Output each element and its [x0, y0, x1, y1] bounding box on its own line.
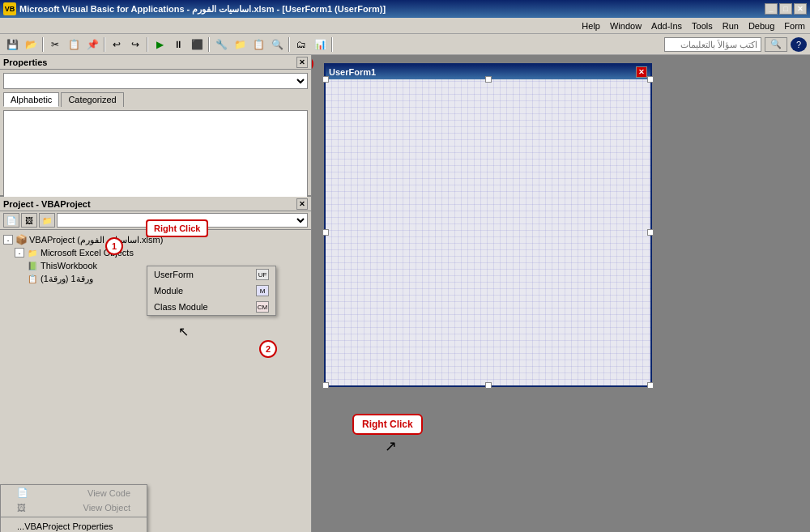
properties-dropdown[interactable] [3, 73, 308, 89]
toolbar-stop[interactable]: ⬛ [188, 36, 206, 53]
expand-excel-objects[interactable]: - [15, 248, 24, 257]
sheet-icon: 📋 [26, 273, 39, 284]
resize-sw[interactable] [322, 382, 329, 389]
properties-content: Alphabetic Categorized [0, 70, 311, 202]
toolbar-pause[interactable]: ⏸ [169, 36, 187, 53]
resize-w[interactable] [322, 229, 329, 236]
ctx-view-code-label: View Code [87, 488, 130, 498]
toolbar-sep3 [147, 37, 148, 52]
toolbar-undo[interactable]: ↩ [108, 36, 126, 53]
annotation-circle-2-placeholder [312, 55, 313, 73]
toolbar-run[interactable]: ▶ [151, 36, 168, 53]
left-panel: Properties ✕ Alphabetic Categorized Proj… [0, 55, 312, 532]
ctx-view-object-label: View Object [83, 503, 131, 513]
menu-addins[interactable]: Add-Ins [646, 19, 687, 32]
toolbar-sep2 [104, 37, 105, 52]
main-layout: Properties ✕ Alphabetic Categorized Proj… [0, 55, 810, 532]
proj-view-code[interactable]: 📄 [3, 213, 19, 228]
expand-root[interactable]: - [3, 235, 13, 245]
annotation-circle-1: 1 [105, 237, 123, 255]
resize-nw[interactable] [322, 76, 329, 83]
minimize-btn[interactable]: _ [765, 3, 778, 15]
properties-title: Properties [3, 57, 47, 67]
help-btn[interactable]: ? [791, 37, 807, 52]
toolbar-copy[interactable]: 📋 [65, 36, 83, 53]
ctx-vbaproject-label: ...VBAProject Properties [17, 521, 113, 531]
project-title: Project - VBAProject [3, 199, 91, 209]
resize-e[interactable] [647, 229, 654, 236]
menu-form[interactable]: Form [779, 19, 810, 32]
submenu-module[interactable]: Module M [147, 283, 275, 299]
context-menu: 📄 View Code 🖼 View Object ...VBAProject … [0, 484, 147, 532]
toolbar-paste[interactable]: 📌 [83, 36, 101, 53]
project-icon: 📦 [15, 234, 28, 245]
ctx-view-code-icon: 📄 [17, 487, 28, 498]
submenu-userform-label: UserForm [154, 270, 194, 279]
toolbar-extra[interactable]: 📊 [311, 36, 329, 53]
insert-submenu: UserForm UF Module M Class Module CM [147, 266, 276, 316]
properties-tabs: Alphabetic Categorized [3, 92, 308, 107]
properties-panel: Properties ✕ Alphabetic Categorized [0, 55, 311, 197]
module-icon: M [256, 285, 269, 296]
properties-title-bar: Properties ✕ [0, 55, 311, 70]
toolbar: 💾 📂 ✂ 📋 📌 ↩ ↪ ▶ ⏸ ⬛ 🔧 📁 📋 🔍 🗂 📊 🔍 ? [0, 34, 810, 55]
project-title-bar: Project - VBAProject ✕ [0, 197, 311, 211]
title-bar: VB Microsoft Visual Basic for Applicatio… [0, 0, 810, 18]
annotation-circle-2: 2 [259, 340, 277, 358]
ctx-vbaproject-props[interactable]: ...VBAProject Properties [1, 519, 147, 532]
proj-view-object[interactable]: 🖼 [21, 213, 37, 228]
toolbar-save[interactable]: 💾 [3, 36, 21, 53]
toolbar-design[interactable]: 🔧 [212, 36, 230, 53]
submenu-class-module[interactable]: Class Module CM [147, 299, 275, 315]
resize-s[interactable] [485, 382, 492, 389]
submenu-userform[interactable]: UserForm UF [147, 266, 275, 283]
submenu-module-label: Module [154, 286, 183, 296]
resize-se[interactable] [647, 382, 654, 389]
class-module-icon: CM [256, 301, 269, 313]
toolbar-redo[interactable]: ↪ [126, 36, 144, 53]
project-close-btn[interactable]: ✕ [296, 198, 308, 210]
project-panel: Project - VBAProject ✕ 📄 🖼 📁 - 📦 VBAProj… [0, 197, 311, 532]
cursor-2: ↖ [385, 437, 397, 455]
toolbar-open[interactable]: 📂 [22, 36, 40, 53]
resize-n[interactable] [485, 76, 492, 83]
menu-tools[interactable]: Tools [687, 19, 718, 32]
userform-icon: UF [256, 269, 269, 280]
maximize-btn[interactable]: □ [779, 3, 792, 15]
toolbar-cut[interactable]: ✂ [46, 36, 64, 53]
tree-excel-objects[interactable]: - 📁 Microsoft Excel Objects [3, 246, 308, 259]
menu-run[interactable]: Run [718, 19, 744, 32]
ctx-view-code: 📄 View Code [1, 485, 147, 500]
toolbar-sep6 [331, 37, 333, 52]
menu-debug[interactable]: Debug [744, 19, 779, 32]
workbook-icon: 📗 [26, 260, 39, 271]
app-icon: VB [3, 2, 16, 15]
proj-toggle-folders[interactable]: 📁 [39, 213, 55, 228]
properties-area [3, 110, 308, 199]
sheet1-label: ورقة1 (ورقة1) [40, 274, 93, 284]
search-button[interactable]: 🔍 [765, 37, 787, 52]
userform-close-btn[interactable]: ✕ [636, 66, 647, 78]
resize-ne[interactable] [647, 76, 654, 83]
tab-alphabetic[interactable]: Alphabetic [3, 92, 59, 107]
toolbar-props[interactable]: 📋 [249, 36, 267, 53]
toolbar-sep4 [208, 37, 210, 52]
menu-help[interactable]: Help [577, 19, 605, 32]
properties-close-btn[interactable]: ✕ [296, 57, 308, 68]
userform-body[interactable] [326, 79, 650, 385]
menu-window[interactable]: Window [605, 19, 646, 32]
search-input[interactable] [664, 37, 761, 52]
tab-categorized[interactable]: Categorized [61, 92, 123, 107]
this-workbook-label: ThisWorkbook [40, 261, 97, 270]
toolbar-toolbox[interactable]: 🗂 [292, 36, 310, 53]
toolbar-sep1 [42, 37, 44, 52]
close-btn[interactable]: ✕ [794, 3, 807, 15]
annotation-right-click-2: Right Click [352, 414, 423, 435]
title-text: Microsoft Visual Basic for Applications … [19, 4, 386, 15]
toolbar-search-area: 🔍 ? [664, 37, 807, 52]
toolbar-sep5 [288, 37, 290, 52]
toolbar-explorer[interactable]: 📁 [231, 36, 249, 53]
project-root-label: VBAProject (اساسيات الفورم.xlsm) [29, 235, 163, 245]
toolbar-objbrowser[interactable]: 🔍 [268, 36, 286, 53]
title-controls: _ □ ✕ [765, 3, 807, 15]
